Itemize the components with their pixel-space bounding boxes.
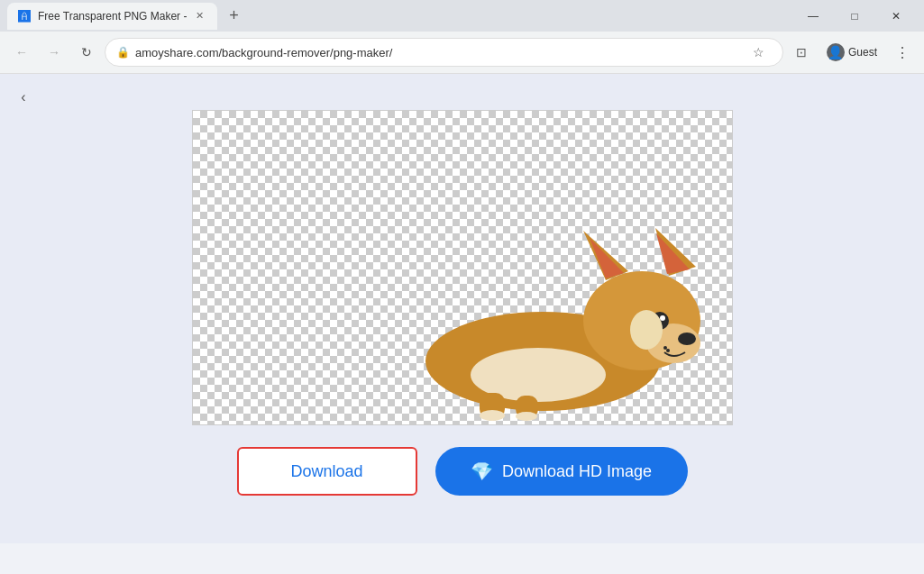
address-text: amoyshare.com/background-remover/png-mak… — [135, 46, 741, 59]
back-button[interactable]: ← — [7, 38, 36, 67]
tab-title: Free Transparent PNG Maker - — [38, 10, 187, 23]
browser-tab[interactable]: 🅰 Free Transparent PNG Maker - ✕ — [7, 3, 217, 30]
svg-point-3 — [678, 333, 696, 345]
tab-favicon: 🅰 — [18, 9, 32, 23]
svg-point-13 — [480, 410, 505, 421]
new-tab-button[interactable]: + — [221, 4, 246, 29]
svg-point-17 — [666, 349, 670, 352]
svg-point-14 — [516, 412, 537, 421]
window-controls: — □ ✕ — [792, 0, 917, 32]
diamond-icon: 💎 — [471, 460, 493, 482]
extensions-button[interactable]: ⊡ — [787, 38, 816, 67]
svg-marker-7 — [656, 233, 690, 274]
page-content: ‹ — [0, 74, 924, 543]
nav-bar: ← → ↻ 🔒 amoyshare.com/background-remover… — [0, 32, 924, 73]
action-buttons: Download 💎 Download HD Image — [237, 447, 688, 496]
lock-icon: 🔒 — [116, 46, 130, 59]
reload-button[interactable]: ↻ — [72, 38, 101, 67]
download-hd-button[interactable]: 💎 Download HD Image — [435, 447, 688, 496]
svg-point-15 — [630, 310, 663, 350]
svg-point-9 — [660, 315, 665, 321]
dog-image — [398, 172, 705, 424]
forward-button[interactable]: → — [40, 38, 69, 67]
browser-menu-button[interactable]: ⋮ — [888, 38, 917, 67]
tab-close-button[interactable]: ✕ — [192, 9, 206, 23]
browser-chrome: 🅰 Free Transparent PNG Maker - ✕ + — □ ✕… — [0, 0, 924, 74]
page-back-button[interactable]: ‹ — [9, 83, 38, 112]
image-preview — [192, 110, 733, 425]
close-button[interactable]: ✕ — [875, 0, 917, 32]
maximize-button[interactable]: □ — [834, 0, 875, 32]
download-label: Download — [290, 462, 362, 481]
download-button[interactable]: Download — [237, 447, 417, 496]
minimize-button[interactable]: — — [792, 0, 834, 32]
title-bar: 🅰 Free Transparent PNG Maker - ✕ + — □ ✕ — [0, 0, 924, 32]
address-bar[interactable]: 🔒 amoyshare.com/background-remover/png-m… — [105, 38, 783, 67]
profile-button[interactable]: 👤 Guest — [819, 40, 884, 65]
svg-marker-6 — [590, 238, 624, 278]
svg-point-16 — [663, 346, 667, 350]
address-actions: ☆ — [746, 40, 772, 65]
profile-icon: 👤 — [827, 43, 845, 61]
profile-label: Guest — [848, 46, 877, 59]
bookmark-button[interactable]: ☆ — [746, 40, 772, 65]
download-hd-label: Download HD Image — [502, 462, 652, 481]
